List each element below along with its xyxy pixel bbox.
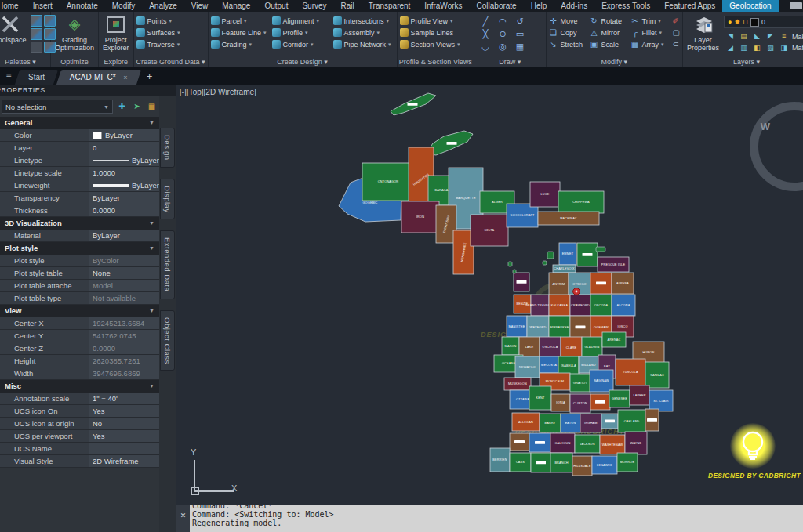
layer-on-bulb-icon[interactable]: ● (728, 18, 732, 26)
property-row-plot-table-attache-[interactable]: Plot table attache...Model (0, 280, 159, 292)
property-value[interactable]: 3947696.6869 (89, 367, 159, 379)
clip-icon[interactable]: ⊂ (673, 39, 680, 49)
new-tab-button[interactable]: + (147, 69, 153, 85)
menu-tab-modify[interactable]: Modify (105, 0, 142, 13)
ribbon-item-stretch[interactable]: ↘Stretch (549, 39, 590, 49)
ribbon-item-feature-line[interactable]: Feature Line▾ (211, 27, 272, 38)
ribbon-item-alignment[interactable]: Alignment▾ (272, 16, 333, 26)
ribbon-item-make[interactable]: Make (792, 33, 803, 41)
region-icon[interactable]: ▦ (511, 40, 529, 52)
section-header-general[interactable]: General▼ (0, 117, 159, 129)
property-value[interactable]: 0.0000 (89, 342, 159, 354)
property-value[interactable] (89, 443, 159, 454)
ribbon-item-surfaces[interactable]: Surfaces▾ (136, 27, 180, 38)
ribbon-group-label-draw[interactable]: Draw ▾ (474, 57, 545, 67)
layer-color-swatch[interactable] (750, 18, 759, 27)
file-tab-start[interactable]: Start (15, 70, 58, 85)
property-value[interactable]: Not available (89, 292, 159, 304)
menu-tab-geolocation[interactable]: Geolocation (722, 0, 778, 13)
polyline-icon[interactable]: ↺ (511, 15, 529, 27)
property-row-ucs-icon-on[interactable]: UCS icon OnYes (0, 405, 159, 418)
property-row-plot-table-type[interactable]: Plot table typeNot available (0, 292, 159, 305)
section-header-plot-style[interactable]: Plot style▼ (0, 242, 159, 255)
property-value[interactable]: ByLayer (89, 230, 159, 241)
ribbon-display-toggle[interactable]: ▼ (790, 2, 803, 9)
project-explorer-button[interactable]: Project Explorer (101, 13, 131, 52)
command-panel[interactable]: ✕ Command: *Cancel*Command: <Switching t… (176, 505, 803, 532)
ribbon-group-label-profile-section-views[interactable]: Profile & Section Views (398, 57, 474, 67)
property-row-width[interactable]: Width3947696.6869 (0, 367, 159, 380)
palette-toggle-icon[interactable] (31, 28, 42, 40)
spline-icon[interactable]: ◡ (477, 40, 494, 52)
tab-close-icon[interactable]: × (122, 74, 128, 81)
ribbon-item-profile-view[interactable]: Profile View▾ (400, 16, 460, 26)
arc-icon[interactable]: ◠ (494, 15, 511, 27)
pick-add-icon[interactable]: ✚ (116, 101, 128, 112)
island[interactable] (543, 261, 547, 265)
property-value[interactable]: 541762.0745 (89, 330, 159, 342)
ribbon-item-mirror[interactable]: △Mirror (590, 27, 630, 38)
menu-tab-home[interactable]: Home (0, 0, 26, 13)
ribbon-item-matc[interactable]: Matc (792, 44, 803, 52)
ribbon-item-points[interactable]: Points▾ (136, 16, 180, 26)
menu-tab-rail[interactable]: Rail (334, 0, 362, 13)
property-row-annotation-scale[interactable]: Annotation scale1" = 40' (0, 393, 159, 405)
menu-tab-annotate[interactable]: Annotate (60, 0, 105, 13)
property-row-ucs-name[interactable]: UCS Name (0, 443, 159, 455)
layer-unlock-tool-icon[interactable]: ▥ (737, 42, 750, 53)
island[interactable] (508, 262, 512, 266)
explode-icon[interactable]: ▢ (673, 27, 680, 38)
property-row-color[interactable]: ColorByLayer (0, 129, 159, 142)
property-value[interactable]: Model (89, 280, 159, 291)
match-layer-icon[interactable]: ◨ (777, 42, 790, 53)
toolspace-button[interactable]: Toolspace (0, 13, 28, 45)
ribbon-item-trim[interactable]: ✂Trim▾ (630, 16, 671, 26)
menu-tab-collaborate[interactable]: Collaborate (470, 0, 524, 13)
island[interactable] (596, 247, 605, 252)
ribbon-group-label-layers[interactable]: Layers ▾ (683, 57, 803, 67)
command-history[interactable]: Command: *Cancel*Command: <Switching to:… (192, 505, 803, 532)
property-value[interactable]: 2620385.7261 (89, 355, 159, 367)
property-value[interactable]: ByLayer (89, 192, 159, 204)
property-value[interactable]: 19245213.6684 (89, 317, 159, 329)
layer-freeze-sun-icon[interactable]: ✹ (734, 18, 740, 26)
ribbon-item-rotate[interactable]: ↻Rotate (590, 16, 630, 26)
property-value[interactable]: ByColor (89, 255, 159, 266)
island[interactable] (547, 252, 554, 259)
side-tab-extended-data[interactable]: Extended Data (160, 230, 175, 299)
layer-freeze-icon[interactable]: ◣ (750, 30, 764, 42)
menu-tab-add-ins[interactable]: Add-ins (554, 0, 594, 13)
property-row-transparency[interactable]: TransparencyByLayer (0, 192, 159, 204)
section-header-view[interactable]: View▼ (0, 305, 159, 317)
property-value[interactable]: 2D Wireframe (89, 455, 159, 467)
property-value[interactable]: ByLayer (89, 129, 159, 141)
ribbon-item-traverse[interactable]: Traverse▾ (136, 39, 180, 49)
side-tab-object-class[interactable]: Object Class (160, 310, 175, 371)
layer-properties-button[interactable]: Layer Properties (685, 13, 721, 52)
circle-icon[interactable]: ⊙ (494, 27, 511, 40)
menu-tab-insert[interactable]: Insert (26, 0, 60, 13)
property-row-thickness[interactable]: Thickness0.0000 (0, 204, 159, 217)
menu-tab-transparent[interactable]: Transparent (362, 0, 418, 13)
layer-unisolate-icon[interactable]: ▤ (737, 30, 750, 42)
layer-off-icon[interactable]: ◤ (764, 30, 777, 42)
property-row-center-y[interactable]: Center Y541762.0745 (0, 330, 159, 342)
quick-select-icon[interactable]: ▦ (146, 101, 158, 112)
file-tab-acad-mi-c-[interactable]: ACAD-MI_C* × (56, 70, 141, 85)
ellipse-icon[interactable]: ◎ (494, 40, 511, 52)
property-value[interactable]: 0 (89, 142, 159, 154)
property-row-plot-style-table[interactable]: Plot style tableNone (0, 267, 159, 280)
layer-isolate-icon[interactable]: ◥ (724, 30, 737, 42)
property-value[interactable]: Yes (89, 430, 159, 442)
layer-dropdown[interactable]: ●✹⊓0 (724, 16, 803, 28)
property-row-material[interactable]: MaterialByLayer (0, 230, 159, 242)
ribbon-group-label-create-ground-data[interactable]: Create Ground Data ▾ (134, 57, 208, 67)
property-row-linetype-scale[interactable]: Linetype scale1.0000 (0, 167, 159, 179)
ribbon-item-fillet[interactable]: ╭Fillet▾ (630, 27, 671, 38)
layer-walk-icon[interactable]: ◧ (750, 42, 764, 53)
property-row-linetype[interactable]: LinetypeByLayer (0, 154, 159, 167)
layer-lock-icon[interactable]: ◢ (724, 42, 737, 53)
ribbon-group-label-palettes[interactable]: Palettes ▾ (0, 57, 50, 67)
menu-tab-survey[interactable]: Survey (295, 0, 333, 13)
ribbon-item-array[interactable]: ▦Array▾ (630, 39, 671, 49)
